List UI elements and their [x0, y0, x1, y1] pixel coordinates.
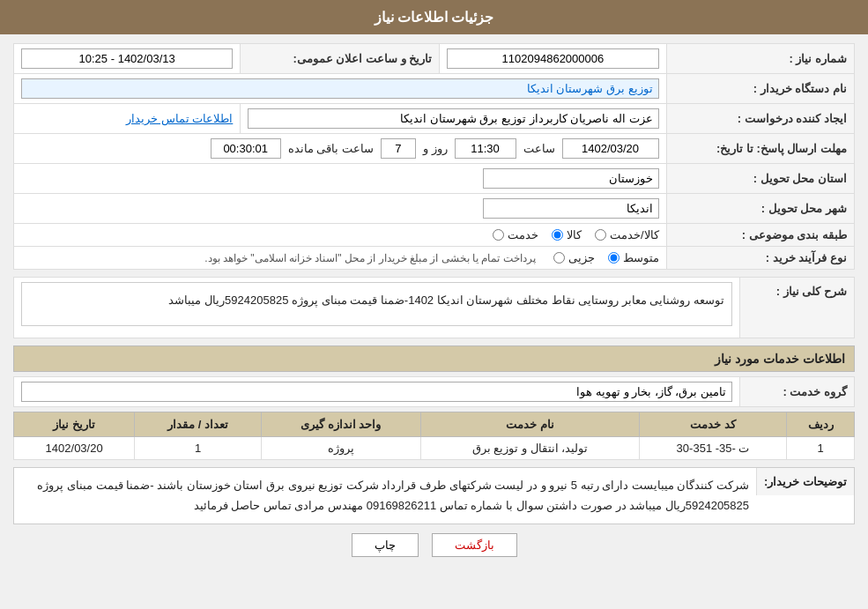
- back-button[interactable]: بازگشت: [432, 533, 517, 557]
- purchase-type-label: نوع فرآیند خرید :: [666, 247, 854, 270]
- send-deadline-label: مهلت ارسال پاسخ: تا تاریخ:: [666, 134, 854, 164]
- cell-service-name: تولید، انتقال و توزیع برق: [420, 437, 639, 460]
- category-radios: کالا/خدمت کالا خدمت: [14, 224, 667, 247]
- col-date: تاریخ نیاز: [14, 412, 135, 437]
- col-quantity: تعداد / مقدار: [135, 412, 262, 437]
- creator-label: ایجاد کننده درخواست :: [666, 104, 854, 134]
- category-label: طبقه بندی موضوعی :: [666, 224, 854, 247]
- description-value: توسعه روشنایی معابر روستایی نقاط مختلف ش…: [14, 278, 740, 338]
- announcement-date-input[interactable]: [21, 48, 233, 69]
- buyer-notes-content: شرکت کنندگان میبایست دارای رتبه 5 نیرو و…: [14, 468, 756, 524]
- buyer-notes-section: توضیحات خریدار: شرکت کنندگان میبایست دار…: [13, 467, 855, 524]
- contact-info-cell: اطلاعات تماس خریدار: [14, 104, 241, 134]
- deadline-day-input[interactable]: [381, 138, 416, 159]
- buyer-org-input[interactable]: [21, 78, 659, 99]
- day-label: روز و: [423, 142, 448, 155]
- remaining-time-input[interactable]: [211, 138, 281, 159]
- table-row: 1 ت -35- 351-30 تولید، انتقال و توزیع بر…: [14, 437, 855, 460]
- send-deadline-row: ساعت روز و ساعت باقی مانده: [14, 134, 667, 164]
- info-table: شماره نیاز : تاریخ و ساعت اعلان عمومی: ن…: [13, 43, 855, 270]
- cell-date: 1402/03/20: [14, 437, 135, 460]
- province-input[interactable]: [483, 168, 659, 189]
- radio-goods-label: کالا: [567, 228, 582, 241]
- need-number-input[interactable]: [447, 48, 658, 69]
- radio-goods[interactable]: [552, 229, 563, 241]
- radio-goods-service[interactable]: [595, 229, 606, 241]
- col-row-num: ردیف: [787, 412, 855, 437]
- province-value: [14, 164, 667, 194]
- button-row: بازگشت چاپ: [13, 533, 855, 557]
- radio-partial[interactable]: [553, 252, 565, 264]
- buyer-notes-label: توضیحات خریدار:: [756, 468, 854, 495]
- radio-medium-label: متوسط: [623, 251, 659, 264]
- need-number-label: شماره نیاز :: [666, 44, 854, 74]
- service-group-label: گروه خدمت :: [740, 377, 855, 407]
- announcement-date-label: تاریخ و ساعت اعلان عمومی:: [241, 44, 440, 74]
- print-button[interactable]: چاپ: [352, 533, 419, 557]
- description-label: شرح کلی نیاز :: [740, 278, 855, 338]
- cell-row-num: 1: [787, 437, 855, 460]
- col-service-name: نام خدمت: [420, 412, 639, 437]
- deadline-time-input[interactable]: [455, 138, 516, 159]
- buyer-org-label: نام دستگاه خریدار :: [666, 74, 854, 104]
- col-unit: واحد اندازه گیری: [261, 412, 420, 437]
- time-label: ساعت: [523, 142, 555, 155]
- radio-medium[interactable]: [608, 252, 619, 264]
- cell-service-code: ت -35- 351-30: [640, 437, 787, 460]
- description-content: توسعه روشنایی معابر روستایی نقاط مختلف ش…: [21, 282, 732, 326]
- city-value: [14, 194, 667, 224]
- cell-unit: پروژه: [261, 437, 420, 460]
- service-group-value: [14, 377, 740, 407]
- radio-partial-label: جزیی: [568, 251, 595, 264]
- province-label: استان محل تحویل :: [666, 164, 854, 194]
- contact-info-link[interactable]: اطلاعات تماس خریدار: [126, 112, 233, 125]
- description-table: شرح کلی نیاز : توسعه روشنایی معابر روستا…: [13, 277, 855, 338]
- purchase-type-note: پرداخت تمام یا بخشی از مبلغ خریدار از مح…: [204, 252, 535, 264]
- announcement-date-value: [14, 44, 241, 74]
- deadline-date-input[interactable]: [562, 138, 659, 159]
- remaining-label: ساعت باقی مانده: [288, 142, 374, 155]
- city-input[interactable]: [483, 198, 659, 219]
- creator-input[interactable]: [248, 108, 658, 129]
- services-section-header: اطلاعات خدمات مورد نیاز: [13, 345, 855, 372]
- col-service-code: کد خدمت: [640, 412, 787, 437]
- radio-service-label: خدمت: [508, 228, 538, 241]
- purchase-type-row: متوسط جزیی پرداخت تمام یا بخشی از مبلغ خ…: [14, 247, 667, 270]
- creator-value: [241, 104, 666, 134]
- buyer-org-value: [14, 74, 667, 104]
- city-label: شهر محل تحویل :: [666, 194, 854, 224]
- service-group-table: گروه خدمت :: [13, 376, 855, 407]
- service-group-input[interactable]: [21, 382, 732, 402]
- services-table: ردیف کد خدمت نام خدمت واحد اندازه گیری ت…: [13, 412, 855, 460]
- need-number-value: [440, 44, 666, 74]
- page-title: جزئیات اطلاعات نیاز: [0, 0, 868, 34]
- cell-quantity: 1: [135, 437, 262, 460]
- radio-goods-service-label: کالا/خدمت: [610, 228, 659, 241]
- radio-service[interactable]: [493, 229, 504, 241]
